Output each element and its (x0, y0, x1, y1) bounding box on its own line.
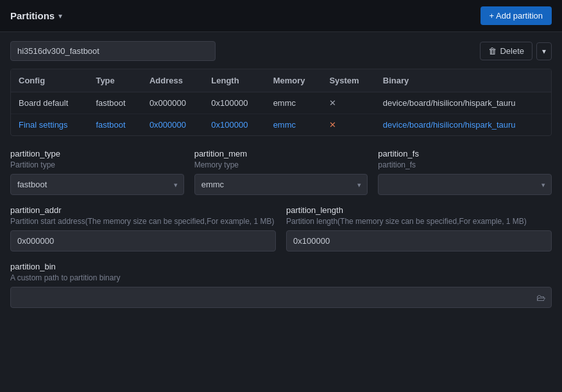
col-address: Address (142, 69, 203, 92)
partition-bin-label: partition_bin (10, 262, 552, 271)
row2-binary: device/board/hisilicon/hispark_tauru (375, 114, 551, 136)
row2-type: fastboot (88, 114, 141, 136)
trash-icon: 🗑 (488, 46, 497, 56)
delete-btn-label: Delete (500, 46, 524, 56)
col-type: Type (88, 69, 141, 92)
row2-config[interactable]: Final settings (11, 114, 88, 136)
row2-length: 0x100000 (203, 114, 265, 136)
col-system: System (321, 69, 375, 92)
row1-length: 0x100000 (203, 92, 265, 114)
partition-fs-group: partition_fs partition_fs ext4 fat ▾ (378, 149, 552, 195)
partition-length-input[interactable] (286, 230, 552, 251)
partition-bin-input[interactable] (10, 287, 552, 308)
partition-type-sublabel: Partition type (10, 160, 184, 169)
table-header: Config Type Address Length Memory System… (11, 69, 551, 92)
partition-addr-label: partition_addr (10, 205, 276, 215)
partition-addr-input[interactable] (10, 230, 276, 251)
partition-mem-label: partition_mem (194, 149, 368, 158)
page-header: Partitions ▾ + Add partition (0, 0, 562, 32)
search-input[interactable] (10, 41, 216, 61)
dropdown-arrow-button[interactable]: ▾ (536, 42, 552, 60)
partition-mem-select-wrapper: emmc nand nor ▾ (194, 174, 368, 195)
partition-fs-select-wrapper: ext4 fat ▾ (378, 174, 552, 195)
partition-type-group: partition_type Partition type fastboot n… (10, 149, 184, 195)
row1-memory: emmc (266, 92, 322, 114)
partition-mem-select[interactable]: emmc nand nor (194, 174, 368, 195)
main-content: 🗑 Delete ▾ Config Type Address Length Me… (0, 32, 562, 323)
partitions-table: Config Type Address Length Memory System… (11, 69, 551, 135)
partition-type-select-wrapper: fastboot normal system ▾ (10, 174, 184, 195)
partition-length-group: partition_length Partition length(The me… (286, 205, 552, 251)
row1-type: fastboot (88, 92, 141, 114)
partitions-table-container: Config Type Address Length Memory System… (10, 69, 552, 136)
partition-length-sublabel: Partition length(The memory size can be … (286, 217, 552, 226)
top-bar: 🗑 Delete ▾ (10, 41, 552, 61)
table-row[interactable]: Final settings fastboot 0x000000 0x10000… (11, 114, 551, 136)
row1-system: ✕ (321, 92, 375, 114)
col-config: Config (11, 69, 88, 92)
top-actions: 🗑 Delete ▾ (480, 42, 552, 60)
partition-fs-select[interactable]: ext4 fat (378, 174, 552, 195)
table-row: Board default fastboot 0x000000 0x100000… (11, 92, 551, 114)
row2-address: 0x000000 (142, 114, 203, 136)
page-title: Partitions (10, 10, 55, 21)
delete-button[interactable]: 🗑 Delete (480, 42, 532, 60)
partition-addr-group: partition_addr Partition start address(T… (10, 205, 276, 251)
partition-addr-sublabel: Partition start address(The memory size … (10, 217, 276, 226)
browse-icon[interactable]: 🗁 (536, 293, 545, 303)
partition-bin-sublabel: A custom path to partition binary (10, 273, 552, 282)
table-body: Board default fastboot 0x000000 0x100000… (11, 92, 551, 136)
partition-length-label: partition_length (286, 205, 552, 215)
col-length: Length (203, 69, 265, 92)
partition-mem-sublabel: Memory type (194, 160, 368, 169)
row1-config: Board default (11, 92, 88, 114)
row1-address: 0x000000 (142, 92, 203, 114)
header-left: Partitions ▾ (10, 10, 62, 21)
partition-bin-section: partition_bin A custom path to partition… (10, 262, 552, 308)
row2-memory: emmc (266, 114, 322, 136)
col-memory: Memory (266, 69, 322, 92)
partition-type-select[interactable]: fastboot normal system (10, 174, 184, 195)
header-chevron-icon[interactable]: ▾ (58, 12, 62, 21)
add-partition-button[interactable]: + Add partition (481, 6, 552, 25)
partition-bin-group: partition_bin A custom path to partition… (10, 262, 552, 308)
partition-bin-input-wrapper: 🗁 (10, 287, 552, 308)
form-row-2: partition_addr Partition start address(T… (10, 205, 552, 251)
partition-mem-group: partition_mem Memory type emmc nand nor … (194, 149, 368, 195)
col-binary: Binary (375, 69, 551, 92)
partition-type-label: partition_type (10, 149, 184, 158)
form-row-1: partition_type Partition type fastboot n… (10, 149, 552, 195)
row2-system: ✕ (321, 114, 375, 136)
partition-fs-sublabel: partition_fs (378, 160, 552, 169)
partition-fs-label: partition_fs (378, 149, 552, 158)
row1-binary: device/board/hisilicon/hispark_tauru (375, 92, 551, 114)
